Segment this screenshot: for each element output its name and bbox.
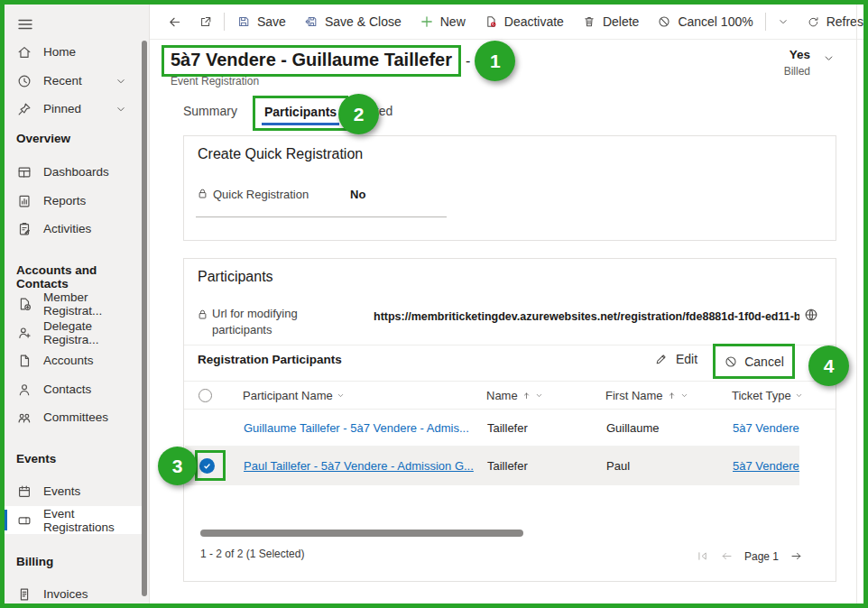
hamburger-menu-button[interactable]	[14, 14, 36, 35]
table-row[interactable]: Guillaume Taillefer - 5à7 Vendere - Admi…	[185, 410, 799, 447]
back-button[interactable]	[159, 5, 190, 39]
title-truncation-dash: -	[466, 53, 470, 69]
globe-icon[interactable]	[803, 307, 819, 323]
sidebar-item-label: Delegate Registra...	[43, 319, 140, 346]
divider	[765, 13, 766, 31]
chevron-down-icon	[338, 394, 343, 396]
column-header-first-name[interactable]: First Name	[605, 389, 688, 402]
sidebar-item-label: Pinned	[43, 102, 81, 115]
deactivate-icon	[488, 17, 495, 26]
new-button[interactable]: New	[411, 5, 475, 39]
row-checkbox-checked[interactable]	[199, 458, 215, 474]
save-close-icon	[306, 18, 316, 26]
chevron-down-icon	[826, 57, 832, 60]
edit-button[interactable]: Edit	[654, 352, 697, 366]
header-field-chevron[interactable]	[822, 51, 836, 65]
select-all-checkbox[interactable]	[199, 389, 212, 402]
annotation-step-3: 3	[158, 447, 197, 485]
delete-icon	[586, 18, 593, 26]
more-commands-chevron[interactable]	[769, 5, 798, 39]
edit-icon	[657, 355, 665, 364]
record-count: 1 - 2 of 2 (1 Selected)	[200, 548, 304, 560]
annotation-step-2: 2	[338, 94, 379, 134]
first-page-button[interactable]	[696, 549, 709, 563]
sidebar-item-label: Activities	[43, 222, 91, 235]
url-field-value[interactable]: https://membriticketingdev.azurewebsites…	[374, 310, 799, 323]
chevron-down-icon	[118, 79, 124, 82]
subgrid-title: Registration Participants	[198, 353, 342, 366]
sidebar-item-invoices[interactable]: Invoices	[5, 580, 140, 608]
sidebar-item-pinned[interactable]: Pinned	[5, 95, 140, 123]
chevron-down-icon	[118, 107, 124, 110]
contacts-icon	[20, 384, 28, 394]
column-header-name[interactable]: Name	[486, 389, 543, 402]
refresh-button[interactable]: Refresh	[798, 5, 868, 39]
sidebar-section-accounts-contacts: Accounts and Contacts	[16, 263, 149, 290]
sidebar-item-label: Committees	[43, 410, 108, 424]
cancel-icon	[726, 356, 735, 365]
sidebar-item-recent[interactable]: Recent	[5, 67, 140, 95]
sidebar-item-contacts[interactable]: Contacts	[5, 375, 140, 403]
delete-button[interactable]: Delete	[573, 5, 648, 39]
sidebar-item-reports[interactable]: Reports	[5, 187, 140, 215]
sidebar-scrollbar[interactable]	[142, 41, 147, 596]
save-and-close-button[interactable]: Save & Close	[295, 5, 411, 39]
delegate-registration-icon	[20, 327, 30, 336]
popout-button[interactable]	[190, 5, 221, 39]
lock-icon	[196, 308, 209, 321]
ticket-type-link[interactable]: 5à7 Vendere -	[733, 459, 799, 473]
activities-icon	[21, 223, 30, 234]
field-label: Quick Registration	[213, 188, 309, 201]
next-page-icon	[792, 553, 800, 558]
tab-summary[interactable]: Summary	[183, 104, 237, 118]
page-label: Page 1	[744, 550, 779, 563]
record-title-highlight-box: 5à7 Vendere - Guillaume Taillefer	[162, 45, 461, 77]
header-billed-field[interactable]: Yes Billed	[784, 48, 810, 78]
save-button[interactable]: Save	[227, 5, 295, 39]
sidebar-item-committees[interactable]: Committees	[5, 403, 140, 431]
field-underline	[196, 216, 447, 217]
page-scrollbar-track[interactable]	[856, 5, 857, 603]
cancel-icon	[660, 17, 669, 26]
command-bar: Save Save & Close New Deactivate Delete …	[150, 5, 863, 40]
column-header-ticket-type[interactable]: Ticket Type	[732, 389, 803, 402]
lock-icon	[196, 187, 209, 200]
section-title: Participants	[198, 269, 273, 285]
cancel-percent-button[interactable]: Cancel 100%	[648, 5, 762, 39]
sidebar-item-member-registrations[interactable]: Member Registrat...	[5, 290, 140, 318]
chevron-down-icon	[797, 394, 801, 396]
sidebar-item-dashboards[interactable]: Dashboards	[5, 158, 140, 186]
sidebar-item-delegate-registrations[interactable]: Delegate Registra...	[5, 318, 140, 346]
sort-up-icon	[524, 393, 528, 399]
horizontal-scrollbar[interactable]	[200, 530, 523, 537]
quick-registration-value[interactable]: No	[350, 188, 365, 201]
tab-participants[interactable]: Participants	[264, 105, 337, 119]
site-map-sidebar: Home Recent Pinned Overview Dashboards R…	[5, 5, 150, 603]
sidebar-item-accounts[interactable]: Accounts	[5, 346, 140, 374]
sidebar-item-label: Reports	[43, 194, 86, 207]
participant-link[interactable]: Paul Taillefer - 5à7 Vendere - Admission…	[244, 459, 482, 473]
column-header-participant-name[interactable]: Participant Name	[243, 389, 345, 402]
first-name-cell: Paul	[606, 459, 630, 473]
sidebar-item-label: Recent	[43, 74, 82, 88]
tab-participants-highlight-box[interactable]: Participants	[253, 96, 348, 131]
sidebar-item-label: Events	[43, 484, 80, 498]
cancel-button[interactable]: Cancel	[713, 344, 795, 379]
next-page-button[interactable]	[790, 549, 803, 563]
sidebar-item-activities[interactable]: Activities	[5, 215, 140, 243]
deactivate-button[interactable]: Deactivate	[475, 5, 573, 39]
participants-section: Participants Url for modifying participa…	[183, 258, 836, 582]
reports-icon	[20, 196, 29, 207]
sidebar-item-event-registrations[interactable]: Event Registrations	[5, 506, 143, 534]
ticket-type-link[interactable]: 5à7 Vendere -	[733, 421, 799, 435]
sidebar-item-events[interactable]: Events	[5, 477, 140, 505]
recent-icon	[19, 76, 30, 87]
participant-link[interactable]: Guillaume Taillefer - 5à7 Vendere - Admi…	[244, 421, 482, 435]
previous-page-button[interactable]	[720, 549, 734, 563]
pagination: Page 1	[696, 549, 803, 563]
divider	[224, 13, 225, 31]
sidebar-item-label: Dashboards	[43, 165, 109, 179]
billed-label: Billed	[784, 65, 810, 78]
sidebar-item-home[interactable]: Home	[5, 38, 140, 66]
table-row-selected[interactable]: Paul Taillefer - 5à7 Vendere - Admission…	[185, 447, 799, 485]
